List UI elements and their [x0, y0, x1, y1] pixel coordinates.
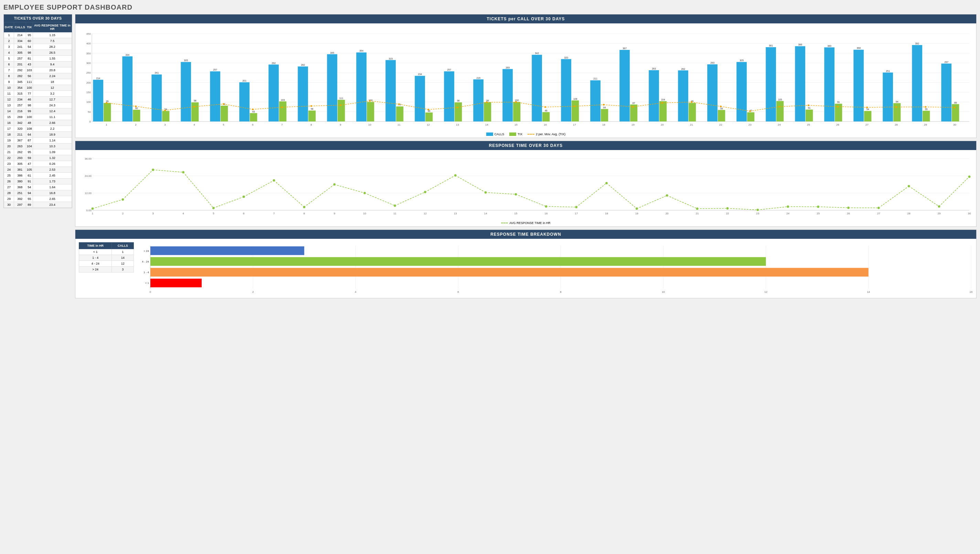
line-chart-body: 0.0012.0024.0036.00123456789101112131415…: [75, 150, 976, 226]
svg-rect-79: [425, 113, 433, 121]
svg-text:2: 2: [122, 212, 124, 215]
svg-point-273: [212, 207, 215, 210]
table-row: 29392552.65: [4, 196, 72, 202]
svg-text:105: 105: [778, 99, 782, 101]
svg-text:56: 56: [311, 108, 313, 110]
svg-line-249: [365, 193, 395, 206]
breakdown-row: < 11: [79, 249, 134, 255]
table-row: 1214951.15: [4, 32, 72, 38]
table-row: 27368541.64: [4, 185, 72, 190]
svg-text:30: 30: [953, 123, 956, 126]
svg-line-252: [455, 175, 485, 193]
breakdown-bars-area: 0246810121416> 244 - 241 - 4< 1: [137, 242, 973, 296]
svg-line-254: [516, 194, 546, 207]
svg-text:386: 386: [798, 43, 802, 46]
breakdown-data-table: TIME in HR CALLS < 111 - 4144 - 2412> 24…: [79, 242, 134, 272]
svg-rect-104: [571, 100, 579, 121]
svg-text:55: 55: [925, 108, 928, 110]
svg-text:16: 16: [544, 123, 547, 126]
svg-rect-117: [649, 70, 659, 121]
svg-text:251: 251: [886, 70, 890, 72]
svg-text:5: 5: [223, 123, 224, 126]
svg-text:7: 7: [281, 123, 283, 126]
svg-text:2: 2: [135, 123, 137, 126]
svg-point-203: [164, 110, 166, 111]
svg-text:14: 14: [484, 212, 487, 215]
svg-text:4: 4: [355, 290, 356, 293]
right-panel: TICKETS per CALL OVER 30 DAYS 0501001502…: [75, 14, 977, 298]
breakdown-container: RESPONSE TIME BREAKDOWN TIME in HR CALLS…: [75, 229, 977, 298]
svg-point-274: [242, 196, 245, 198]
main-layout: TICKETS OVER 30 DAYS DATECALLSTIXAVG RES…: [3, 14, 977, 298]
breakdown-row: 4 - 2412: [79, 261, 134, 267]
svg-point-219: [632, 106, 634, 108]
svg-point-280: [423, 191, 426, 193]
svg-text:103: 103: [281, 99, 285, 101]
svg-text:392: 392: [915, 42, 919, 45]
legend-movavg: 2 per. Mov. Avg. (TIX): [528, 132, 565, 136]
svg-line-262: [758, 207, 788, 210]
svg-rect-34: [162, 111, 169, 121]
legend-movavg-label: 2 per. Mov. Avg. (TIX): [536, 132, 565, 136]
line-chart-container: RESPONSE TIME OVER 30 DAYS 0.0012.0024.0…: [75, 141, 977, 227]
table-row: 23305470.26: [4, 161, 72, 167]
svg-point-291: [756, 209, 759, 211]
svg-rect-167: [941, 64, 951, 121]
svg-text:8: 8: [560, 290, 562, 293]
svg-text:27: 27: [865, 123, 869, 126]
svg-text:23: 23: [748, 123, 751, 126]
svg-text:27: 27: [877, 212, 880, 215]
svg-point-272: [182, 171, 185, 174]
svg-text:263: 263: [652, 67, 656, 70]
svg-line-257: [607, 183, 637, 209]
table-col-date: DATE: [4, 22, 14, 32]
svg-text:257: 257: [213, 68, 217, 71]
svg-rect-169: [952, 104, 959, 121]
legend-tix-label: TIX: [517, 132, 522, 136]
svg-text:14: 14: [867, 290, 870, 293]
svg-point-288: [665, 194, 668, 197]
svg-point-206: [252, 108, 254, 110]
svg-rect-154: [864, 111, 871, 121]
svg-point-278: [363, 192, 366, 194]
svg-text:10: 10: [662, 290, 665, 293]
svg-rect-69: [367, 102, 374, 121]
svg-text:11: 11: [393, 212, 396, 215]
table-row: 142169912.4: [4, 108, 72, 114]
svg-text:293: 293: [710, 62, 714, 64]
breakdown-title: RESPONSE TIME BREAKDOWN: [75, 230, 976, 239]
svg-rect-62: [327, 54, 337, 122]
svg-point-270: [121, 198, 124, 201]
svg-line-267: [909, 186, 939, 207]
svg-text:201: 201: [242, 80, 247, 82]
svg-point-201: [106, 102, 107, 104]
svg-point-202: [135, 106, 137, 107]
svg-text:10: 10: [363, 212, 366, 215]
svg-text:100: 100: [515, 99, 519, 102]
svg-rect-129: [718, 110, 725, 121]
svg-text:28: 28: [895, 123, 898, 126]
svg-text:29: 29: [924, 123, 927, 126]
svg-text:11: 11: [398, 123, 401, 126]
svg-text:380: 380: [827, 45, 831, 47]
svg-text:12: 12: [427, 123, 430, 126]
svg-rect-137: [765, 47, 776, 121]
svg-text:269: 269: [506, 67, 510, 69]
svg-line-259: [667, 196, 697, 209]
svg-rect-29: [133, 110, 140, 121]
svg-rect-22: [93, 80, 103, 121]
svg-rect-119: [659, 101, 667, 121]
legend-response-color: [501, 223, 508, 223]
svg-point-277: [333, 183, 336, 186]
svg-text:282: 282: [301, 64, 305, 66]
table-row: 302978923.4: [4, 202, 72, 208]
svg-rect-144: [805, 110, 813, 121]
svg-text:292: 292: [272, 62, 275, 64]
legend-movavg-color: [528, 134, 535, 135]
svg-rect-67: [356, 52, 366, 121]
svg-line-244: [213, 197, 243, 208]
table-row: 282519416.8: [4, 190, 72, 196]
svg-text:12.00: 12.00: [85, 192, 92, 195]
svg-point-220: [661, 102, 663, 103]
legend-tix-color: [509, 132, 516, 136]
